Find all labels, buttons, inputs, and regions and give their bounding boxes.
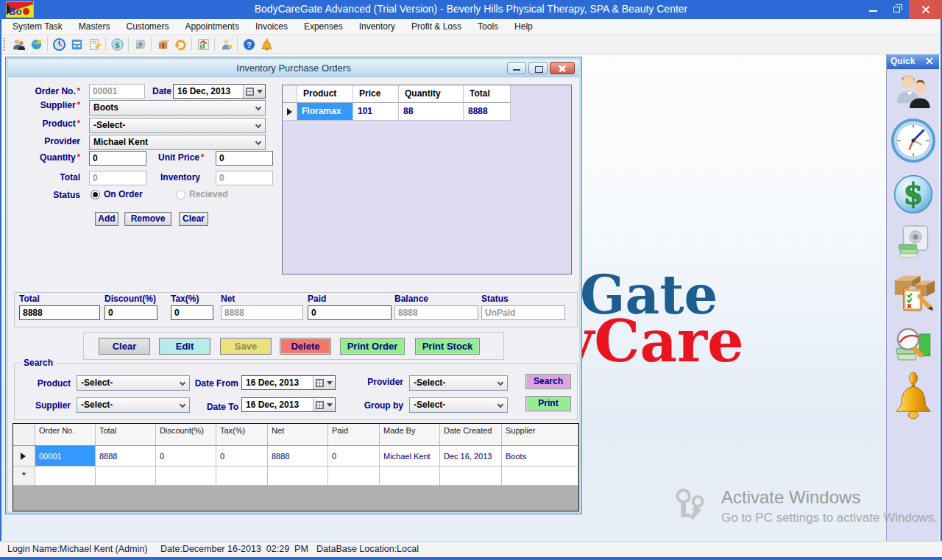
col-date-created[interactable]: Date Created xyxy=(440,424,502,446)
print-order-button[interactable]: Print Order xyxy=(340,338,405,355)
add-button[interactable]: Add xyxy=(95,212,118,226)
cell-discount[interactable]: 0 xyxy=(156,446,216,467)
col-made-by[interactable]: Made By xyxy=(380,424,440,446)
cell-total[interactable]: 8888 xyxy=(464,103,511,121)
received-radio[interactable]: Recieved xyxy=(176,189,228,199)
orders-grid-row[interactable]: 00001 8888 0 0 8888 0 Michael Kent Dec 1… xyxy=(13,446,578,467)
col-order-no[interactable]: Order No. xyxy=(35,424,96,446)
dialog-close-button[interactable] xyxy=(550,62,575,74)
order-no-field[interactable]: 00001 xyxy=(89,84,145,99)
totals-balance-field[interactable]: 8888 xyxy=(394,305,478,320)
row-selector-icon[interactable] xyxy=(13,446,35,467)
col-total[interactable]: Total xyxy=(96,424,156,446)
toolbar-grip[interactable] xyxy=(3,37,7,52)
totals-discount-field[interactable]: 0 xyxy=(105,305,157,320)
unit-price-field[interactable]: 0 xyxy=(216,151,273,166)
menu-tools[interactable]: Tools xyxy=(470,19,506,35)
appointments-icon[interactable] xyxy=(50,36,68,52)
menu-system-task[interactable]: System Task xyxy=(4,19,71,35)
masters-icon[interactable] xyxy=(27,36,45,52)
supplier-combo[interactable]: Boots xyxy=(89,100,266,116)
menu-appointments[interactable]: Appointments xyxy=(177,19,247,35)
provider-combo[interactable]: Michael Kent xyxy=(89,135,266,150)
quick-inventory-icon[interactable] xyxy=(890,268,936,313)
totals-total-field[interactable]: 8888 xyxy=(19,305,100,320)
quick-reminders-icon[interactable] xyxy=(890,371,936,422)
cell-supplier[interactable]: Boots xyxy=(502,446,578,467)
staff-icon[interactable] xyxy=(217,36,235,52)
quick-customers-icon[interactable] xyxy=(893,72,933,113)
quick-close-icon[interactable] xyxy=(924,56,935,66)
products-icon[interactable] xyxy=(154,36,171,52)
invoices-icon[interactable] xyxy=(85,36,103,52)
expenses-icon[interactable] xyxy=(131,36,149,52)
menu-invoices[interactable]: Invoices xyxy=(247,19,296,35)
inventory-field[interactable]: 0 xyxy=(216,171,273,185)
restore-button[interactable] xyxy=(885,0,909,19)
clear-button[interactable]: Clear xyxy=(99,338,150,355)
dialog-maximize-button[interactable] xyxy=(528,62,548,74)
group-by-combo[interactable]: -Select- xyxy=(409,397,508,413)
dialog-minimize-button[interactable] xyxy=(507,62,526,74)
cell-order-no[interactable]: 00001 xyxy=(35,446,96,467)
reports-icon[interactable] xyxy=(194,36,212,52)
col-discount[interactable]: Discount(%) xyxy=(156,424,216,446)
cell-paid[interactable]: 0 xyxy=(328,446,380,467)
search-provider-combo[interactable]: -Select- xyxy=(409,375,508,391)
minimize-button[interactable] xyxy=(862,0,885,19)
print-stock-button[interactable]: Print Stock xyxy=(415,338,480,355)
menu-customers[interactable]: Customers xyxy=(118,19,177,35)
totals-net-field[interactable]: 8888 xyxy=(221,305,303,320)
cell-quantity[interactable]: 88 xyxy=(399,103,464,121)
menu-profit-loss[interactable]: Profit & Loss xyxy=(403,19,470,35)
on-order-radio[interactable]: On Order xyxy=(91,189,143,199)
search-product-combo[interactable]: -Select- xyxy=(77,375,190,391)
reminders-icon[interactable] xyxy=(258,36,275,52)
calendar-dropdown-icon[interactable] xyxy=(313,398,335,411)
cell-price[interactable]: 101 xyxy=(353,103,399,121)
contacts-icon[interactable] xyxy=(68,36,85,52)
col-net[interactable]: Net xyxy=(268,424,328,446)
date-to-picker[interactable]: 16 Dec, 2013 xyxy=(241,397,336,412)
col-tax[interactable]: Tax(%) xyxy=(216,424,268,446)
date-picker[interactable]: 16 Dec, 2013 xyxy=(173,84,266,99)
items-grid-row[interactable]: Floramax 101 88 8888 xyxy=(283,103,571,121)
totals-paid-field[interactable]: 0 xyxy=(308,305,392,320)
col-quantity[interactable]: Quantity xyxy=(399,85,464,103)
menu-masters[interactable]: Masters xyxy=(71,19,118,35)
print-button[interactable]: Print xyxy=(525,396,571,411)
dialog-titlebar[interactable]: Inventory Purchase Orders xyxy=(8,60,579,77)
menu-help[interactable]: Help xyxy=(506,19,541,35)
quick-appointments-icon[interactable] xyxy=(890,118,936,163)
calendar-dropdown-icon[interactable] xyxy=(243,85,265,98)
col-total[interactable]: Total xyxy=(464,85,511,103)
total-field[interactable]: 0 xyxy=(89,171,146,185)
remove-button[interactable]: Remove xyxy=(124,212,171,226)
cell-date-created[interactable]: Dec 16, 2013 xyxy=(440,446,502,467)
close-button[interactable] xyxy=(909,0,942,19)
delete-button[interactable]: Delete xyxy=(280,338,331,355)
orders-grid-new-row[interactable]: * xyxy=(13,467,578,486)
quick-invoices-icon[interactable]: $ xyxy=(893,174,934,215)
col-supplier[interactable]: Supplier xyxy=(502,424,578,446)
cell-net[interactable]: 8888 xyxy=(268,446,328,467)
calendar-dropdown-icon[interactable] xyxy=(313,376,335,389)
quick-expenses-icon[interactable] xyxy=(896,224,931,259)
refresh-icon[interactable] xyxy=(171,36,189,52)
totals-status-field[interactable]: UnPaid xyxy=(481,305,565,320)
edit-button[interactable]: Edit xyxy=(159,338,210,355)
col-paid[interactable]: Paid xyxy=(328,424,380,446)
quick-profit-loss-icon[interactable] xyxy=(893,324,934,365)
menu-expenses[interactable]: Expenses xyxy=(296,19,351,35)
cell-made-by[interactable]: Michael Kent xyxy=(380,446,440,467)
row-selector-icon[interactable] xyxy=(283,103,297,121)
search-supplier-combo[interactable]: -Select- xyxy=(77,397,190,413)
date-from-picker[interactable]: 16 Dec, 2013 xyxy=(241,375,336,390)
menu-inventory[interactable]: Inventory xyxy=(351,19,403,35)
cell-tax[interactable]: 0 xyxy=(216,446,268,467)
search-button[interactable]: Search xyxy=(525,374,571,389)
save-button[interactable]: Save xyxy=(220,338,272,355)
clear-items-button[interactable]: Clear xyxy=(179,212,208,226)
help-icon[interactable]: ? xyxy=(240,36,258,52)
cell-total[interactable]: 8888 xyxy=(96,446,156,467)
